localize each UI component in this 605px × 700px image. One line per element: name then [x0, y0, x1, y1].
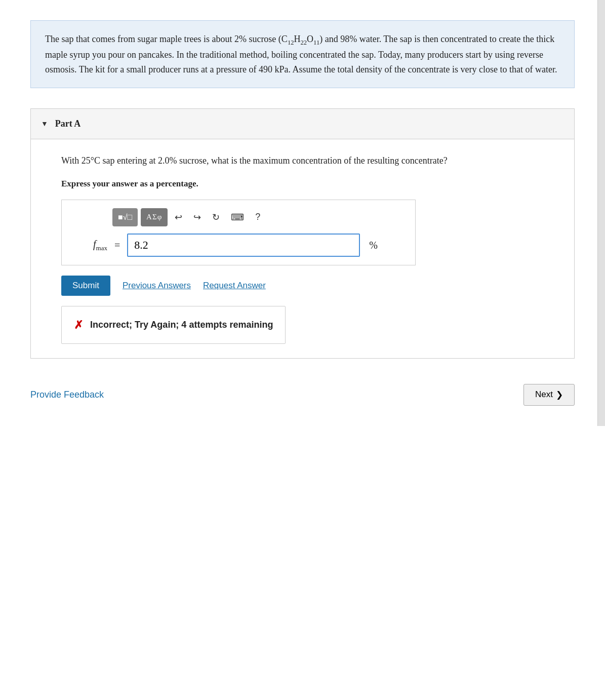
toolbar-redo-btn[interactable]: ↪ [189, 209, 205, 225]
part-a-section: ▼ Part A With 25°C sap entering at 2.0% … [30, 108, 575, 358]
action-row: Submit Previous Answers Request Answer [61, 276, 544, 296]
error-icon: ✗ [74, 317, 83, 333]
answer-container: ■√□ AΣφ ↩ ↪ ↻ ⌨ ? fmax = [61, 200, 416, 265]
collapse-chevron: ▼ [41, 119, 48, 129]
previous-answers-button[interactable]: Previous Answers [123, 281, 191, 291]
math-toolbar: ■√□ AΣφ ↩ ↪ ↻ ⌨ ? [112, 208, 405, 226]
part-a-body: With 25°C sap entering at 2.0% sucrose, … [31, 139, 574, 358]
formula-row: fmax = % [72, 234, 405, 257]
toolbar-group-2: AΣφ [141, 208, 168, 226]
express-instruction: Express your answer as a percentage. [61, 177, 544, 190]
part-a-label: Part A [55, 117, 80, 131]
toolbar-refresh-btn[interactable]: ↻ [208, 209, 224, 225]
submit-button[interactable]: Submit [61, 276, 110, 296]
toolbar-group-1: ■√□ [112, 208, 138, 226]
part-a-header[interactable]: ▼ Part A [31, 109, 574, 139]
toolbar-help-btn[interactable]: ? [251, 209, 264, 225]
answer-input[interactable] [127, 234, 360, 257]
toolbar-matrix-btn[interactable]: ■√□ [112, 208, 138, 226]
error-message: Incorrect; Try Again; 4 attempts remaini… [90, 318, 273, 332]
toolbar-keyboard-btn[interactable]: ⌨ [227, 209, 248, 225]
next-button[interactable]: Next ❯ [523, 384, 575, 406]
question-text: With 25°C sap entering at 2.0% sucrose, … [61, 153, 544, 168]
unit-label: % [369, 238, 378, 253]
problem-text: The sap that comes from sugar maple tree… [45, 34, 557, 74]
bottom-row: Provide Feedback Next ❯ [30, 379, 575, 406]
formula-equals: = [114, 238, 120, 253]
error-box: ✗ Incorrect; Try Again; 4 attempts remai… [61, 306, 286, 344]
provide-feedback-link[interactable]: Provide Feedback [30, 388, 104, 402]
toolbar-undo-btn[interactable]: ↩ [171, 209, 186, 225]
formula-label: fmax [72, 237, 107, 253]
problem-box: The sap that comes from sugar maple tree… [30, 20, 575, 88]
request-answer-button[interactable]: Request Answer [203, 281, 266, 291]
toolbar-symbols-btn[interactable]: AΣφ [141, 208, 168, 226]
next-arrow-icon: ❯ [556, 390, 563, 400]
